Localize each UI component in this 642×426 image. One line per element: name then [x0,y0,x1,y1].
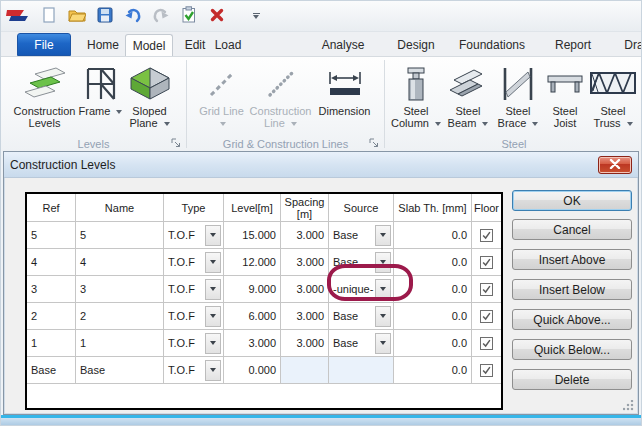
construction-levels-button[interactable]: Construction Levels [11,61,79,136]
chevron-down-icon [210,341,216,345]
validate-button[interactable] [178,5,200,27]
name-cell[interactable]: 5 [76,222,164,249]
steel-column-button[interactable]: Steel Column [389,61,443,136]
steel-joist-button[interactable]: Steel Joist [543,61,587,136]
insert-below-button[interactable]: Insert Below [512,279,632,300]
insert-above-button[interactable]: Insert Above [512,249,632,270]
steel-beam-button[interactable]: Steel Beam [443,61,493,136]
dropdown-button[interactable] [375,252,391,273]
sloped-plane-button[interactable]: Sloped Plane [123,61,177,136]
floor-checkbox[interactable] [480,337,493,350]
source-dropdown[interactable]: Base [329,249,394,276]
spacing-cell[interactable]: 3.000 [281,303,329,330]
table-row: 2 2 T.O.F 6.000 3.000 Base 0.0 [27,303,501,330]
delete-row-button[interactable]: Delete [512,369,632,390]
level-cell[interactable]: 0.000 [224,357,281,384]
dimension-button[interactable]: Dimension [314,61,376,136]
spacing-cell[interactable]: 3.000 [281,276,329,303]
level-cell[interactable]: 12.000 [224,249,281,276]
steel-truss-button[interactable]: Steel Truss [587,61,639,136]
source-dropdown[interactable]: Base [329,303,394,330]
dialog-titlebar[interactable]: Construction Levels [4,152,638,178]
dropdown-button[interactable] [375,306,391,327]
type-dropdown[interactable]: T.O.F [164,222,224,249]
dropdown-button[interactable] [205,360,221,381]
dropdown-button[interactable] [375,225,391,246]
undo-button[interactable] [122,5,144,27]
tab-design[interactable]: Design [387,34,445,56]
tab-foundations[interactable]: Foundations [453,34,531,56]
slab-th-cell[interactable]: 0.0 [394,249,472,276]
quick-below-button[interactable]: Quick Below... [512,339,632,360]
slab-th-cell[interactable]: 0.0 [394,276,472,303]
type-dropdown[interactable]: T.O.F [164,276,224,303]
slab-th-cell[interactable]: 0.0 [394,357,472,384]
level-cell[interactable]: 6.000 [224,303,281,330]
grid-line-button: Grid Line [196,61,248,136]
chevron-down-icon [380,233,386,237]
new-document-button[interactable] [38,5,60,27]
ref-cell[interactable]: 4 [27,249,76,276]
dropdown-button[interactable] [205,252,221,273]
name-cell[interactable]: 2 [76,303,164,330]
slab-th-cell[interactable]: 0.0 [394,303,472,330]
name-cell[interactable]: Base [76,357,164,384]
floor-checkbox[interactable] [480,283,493,296]
frame-button[interactable]: Frame [79,61,123,136]
dropdown-button[interactable] [375,279,391,300]
levels-dialog-launcher[interactable] [171,138,181,150]
toolbar-options-button[interactable] [248,6,264,26]
spacing-cell[interactable]: 3.000 [281,249,329,276]
save-button[interactable] [94,5,116,27]
type-dropdown[interactable]: T.O.F [164,303,224,330]
tab-home[interactable]: Home [77,34,129,56]
open-button[interactable] [66,5,88,27]
ok-button[interactable]: OK [512,190,632,211]
source-dropdown[interactable]: Base [329,222,394,249]
source-dropdown[interactable]: Base [329,330,394,357]
tab-model[interactable]: Model [125,34,173,56]
ref-cell[interactable]: 5 [27,222,76,249]
resize-grip[interactable] [623,400,634,411]
dropdown-button[interactable] [205,333,221,354]
dropdown-button[interactable] [205,225,221,246]
delete-button[interactable] [206,5,228,27]
type-dropdown[interactable]: T.O.F [164,330,224,357]
tab-report[interactable]: Report [545,34,601,56]
source-dropdown-unique[interactable]: -unique- [329,276,394,303]
dropdown-button[interactable] [205,279,221,300]
slab-th-cell[interactable]: 0.0 [394,222,472,249]
ref-cell[interactable]: 2 [27,303,76,330]
floor-checkbox[interactable] [480,256,493,269]
ref-cell[interactable]: 3 [27,276,76,303]
quick-above-button[interactable]: Quick Above... [512,309,632,330]
ref-cell[interactable]: Base [27,357,76,384]
tab-load[interactable]: Load [205,34,251,56]
cancel-button[interactable]: Cancel [512,219,632,240]
tab-drawings[interactable]: Dra [609,34,642,56]
floor-checkbox[interactable] [480,229,493,242]
floor-checkbox[interactable] [480,364,493,377]
grid-lines-dialog-launcher[interactable] [369,138,379,150]
spacing-cell[interactable]: 3.000 [281,330,329,357]
dialog-close-button[interactable] [598,156,632,174]
spacing-cell-readonly [281,357,329,384]
ref-cell[interactable]: 1 [27,330,76,357]
slab-th-cell[interactable]: 0.0 [394,330,472,357]
floor-checkbox[interactable] [480,310,493,323]
level-cell[interactable]: 3.000 [224,330,281,357]
tab-file[interactable]: File [17,33,71,56]
spacing-cell[interactable]: 3.000 [281,222,329,249]
type-dropdown[interactable]: T.O.F [164,249,224,276]
name-cell[interactable]: 1 [76,330,164,357]
dropdown-button[interactable] [205,306,221,327]
type-dropdown[interactable]: T.O.F [164,357,224,384]
name-cell[interactable]: 4 [76,249,164,276]
dropdown-button[interactable] [375,333,391,354]
steel-brace-button[interactable]: Steel Brace [493,61,543,136]
level-cell[interactable]: 15.000 [224,222,281,249]
name-cell[interactable]: 3 [76,276,164,303]
redo-button[interactable] [150,5,172,27]
level-cell[interactable]: 9.000 [224,276,281,303]
tab-analyse[interactable]: Analyse [311,34,375,56]
